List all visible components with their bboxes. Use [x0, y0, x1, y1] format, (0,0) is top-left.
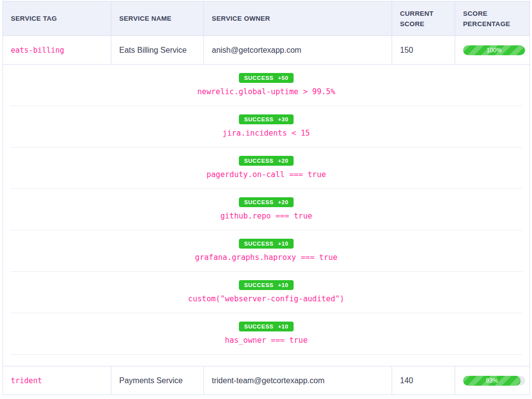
rule-status-badge: SUCCESS+10: [239, 239, 293, 249]
rule-status-badge: SUCCESS+20: [239, 197, 293, 207]
rule-item: SUCCESS+20github.repo === true: [10, 189, 522, 230]
score-progress-bar: 93%: [463, 376, 525, 386]
rule-points: +20: [278, 199, 288, 205]
rule-points: +10: [278, 324, 288, 329]
score-percentage-cell: 100%: [455, 36, 530, 65]
service-name-cell: Eats Billing Service: [111, 36, 204, 65]
column-header-score-percentage: SCORE PERCENTAGE: [455, 1, 530, 36]
column-header-service-name: SERVICE NAME: [111, 1, 204, 36]
score-percent-label: 93%: [486, 378, 498, 384]
rule-points: +30: [278, 116, 288, 122]
rule-expression: grafana.graphs.haproxy === true: [10, 253, 522, 262]
rule-expression: jira.incidents < 15: [10, 129, 522, 138]
column-header-current-score: CURRENT SCORE: [392, 1, 455, 36]
score-progress-fill: 93%: [463, 376, 521, 386]
service-row[interactable]: eats-billingEats Billing Serviceanish@ge…: [3, 36, 530, 65]
column-header-service-tag: SERVICE TAG: [3, 1, 111, 36]
rule-status-text: SUCCESS: [244, 324, 273, 329]
score-progress-bar: 100%: [463, 45, 525, 55]
score-percentage-cell: 93%: [455, 366, 530, 395]
service-owner-cell: trident-team@getcortexapp.com: [204, 366, 392, 395]
rule-status-badge: SUCCESS+20: [239, 156, 293, 166]
rule-item: SUCCESS+10grafana.graphs.haproxy === tru…: [10, 230, 522, 272]
rule-points: +20: [278, 158, 288, 164]
service-tag: eats-billing: [11, 46, 64, 55]
score-percent-label: 100%: [487, 47, 502, 53]
rule-expression: pagerduty.on-call === true: [10, 170, 522, 179]
rule-status-text: SUCCESS: [244, 158, 273, 164]
rule-expression: github.repo === true: [10, 212, 522, 220]
rule-status-badge: SUCCESS+30: [239, 114, 293, 124]
service-owner-cell: anish@getcortexapp.com: [204, 36, 392, 65]
expanded-rules-cell: SUCCESS+50newrelic.global-uptime > 99.5%…: [3, 65, 530, 366]
rule-points: +10: [278, 282, 288, 288]
scorecard-table: SERVICE TAGSERVICE NAMESERVICE OWNERCURR…: [2, 1, 530, 395]
rule-status-badge: SUCCESS+10: [239, 322, 293, 331]
rule-status-text: SUCCESS: [244, 199, 273, 205]
score-progress-fill: 100%: [463, 45, 525, 55]
expanded-rules-row: SUCCESS+50newrelic.global-uptime > 99.5%…: [3, 65, 530, 366]
scorecard-table-container: SERVICE TAGSERVICE NAMESERVICE OWNERCURR…: [2, 1, 530, 395]
rule-status-badge: SUCCESS+10: [239, 280, 293, 290]
rule-item: SUCCESS+10has_owner === true: [10, 313, 522, 355]
rule-status-text: SUCCESS: [244, 241, 273, 247]
service-name-cell: Payments Service: [111, 366, 204, 395]
rule-status-badge: SUCCESS+50: [239, 73, 293, 83]
current-score-cell: 150: [392, 36, 455, 65]
rule-points: +50: [278, 75, 288, 81]
table-header-row: SERVICE TAGSERVICE NAMESERVICE OWNERCURR…: [3, 1, 530, 36]
rule-item: SUCCESS+50newrelic.global-uptime > 99.5%: [10, 65, 522, 106]
service-tag: trident: [11, 376, 42, 385]
rule-expression: custom("webserver-config-audited"): [10, 294, 522, 303]
service-tag-cell: eats-billing: [3, 36, 111, 65]
rules-list: SUCCESS+50newrelic.global-uptime > 99.5%…: [3, 65, 530, 366]
column-header-service-owner: SERVICE OWNER: [204, 1, 392, 36]
rule-item: SUCCESS+20pagerduty.on-call === true: [10, 147, 522, 189]
rule-expression: has_owner === true: [10, 336, 522, 345]
rule-status-text: SUCCESS: [244, 75, 273, 81]
service-tag-cell: trident: [3, 366, 111, 395]
rule-points: +10: [278, 241, 288, 247]
rule-status-text: SUCCESS: [244, 282, 273, 288]
current-score-cell: 140: [392, 366, 455, 395]
service-row[interactable]: tridentPayments Servicetrident-team@getc…: [3, 366, 530, 395]
rule-status-text: SUCCESS: [244, 116, 273, 122]
rule-item: SUCCESS+30jira.incidents < 15: [10, 106, 522, 147]
rule-item: SUCCESS+10custom("webserver-config-audit…: [10, 272, 522, 313]
rule-expression: newrelic.global-uptime > 99.5%: [10, 87, 522, 96]
